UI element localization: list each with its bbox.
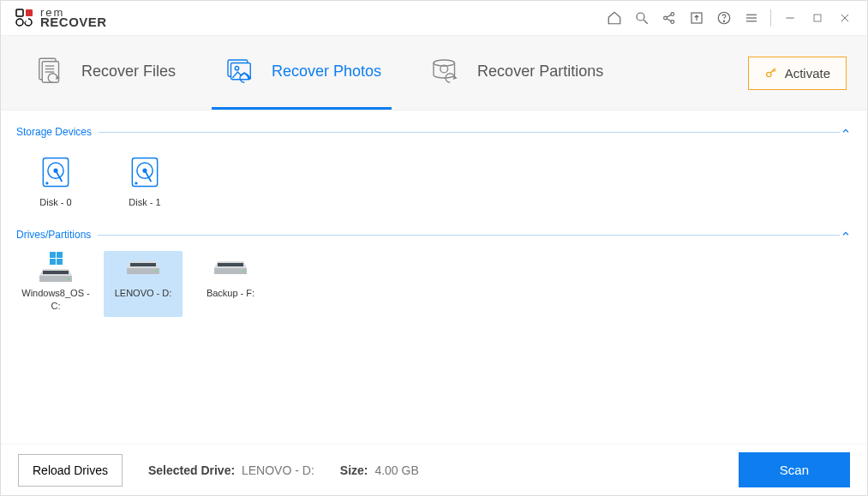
- drive-item-lenovo[interactable]: LENOVO - D:: [104, 251, 183, 317]
- tab-label: Recover Photos: [272, 63, 381, 81]
- section-title: Storage Devices: [16, 126, 92, 138]
- tab-recover-photos[interactable]: Recover Photos: [212, 36, 392, 110]
- section-storage-devices: Storage Devices: [16, 126, 852, 138]
- partitions-icon: [428, 54, 464, 90]
- drive-label: Windows8_OS - C:: [20, 287, 92, 312]
- svg-rect-54: [214, 268, 247, 274]
- tab-recover-files[interactable]: Recover Files: [21, 36, 186, 110]
- selected-info: Selected Drive: LENOVO - D: Size: 4.00 G…: [148, 463, 419, 477]
- storage-devices-list: Disk - 0 Disk - 1: [16, 143, 852, 229]
- footer: Reload Drives Selected Drive: LENOVO - D…: [1, 444, 867, 495]
- svg-rect-43: [50, 259, 56, 265]
- collapse-icon[interactable]: [840, 229, 852, 241]
- help-icon[interactable]: [710, 4, 738, 32]
- content-area: Storage Devices Disk - 0 Disk - 1 Drives…: [1, 111, 867, 444]
- app-logo: rem RECOVER: [15, 8, 107, 28]
- svg-rect-1: [26, 9, 33, 16]
- drive-icon: [118, 256, 168, 282]
- svg-point-52: [155, 271, 157, 272]
- activate-button[interactable]: Activate: [748, 57, 847, 90]
- svg-rect-46: [39, 276, 72, 282]
- tabbar: Recover Files Recover Photos Recover Par…: [1, 35, 867, 111]
- drive-label: Backup - F:: [207, 287, 254, 299]
- share-icon[interactable]: [655, 4, 683, 32]
- section-title: Drives/Partitions: [16, 229, 91, 241]
- drives-list: Windows8_OS - C: LENOVO - D:: [16, 246, 852, 332]
- size-label: Size:: [340, 463, 368, 477]
- size-value: 4.00 GB: [374, 463, 418, 477]
- scan-button[interactable]: Scan: [739, 452, 850, 487]
- photos-icon: [222, 54, 258, 90]
- files-icon: [32, 54, 68, 90]
- svg-rect-42: [57, 252, 63, 258]
- svg-rect-51: [130, 263, 156, 266]
- svg-line-4: [644, 20, 648, 24]
- tab-recover-partitions[interactable]: Recover Partitions: [417, 36, 614, 110]
- menu-icon[interactable]: [738, 4, 765, 32]
- minimize-icon[interactable]: [776, 4, 804, 32]
- tab-label: Recover Partitions: [477, 63, 603, 81]
- svg-point-35: [46, 182, 48, 184]
- disk-icon: [126, 153, 164, 191]
- svg-rect-0: [16, 9, 23, 16]
- close-icon[interactable]: [831, 4, 859, 32]
- svg-line-9: [667, 19, 671, 21]
- svg-point-56: [242, 271, 244, 272]
- reload-drives-button[interactable]: Reload Drives: [18, 454, 123, 487]
- export-icon[interactable]: [683, 4, 710, 32]
- drive-label: LENOVO - D:: [115, 287, 172, 299]
- search-icon[interactable]: [628, 4, 655, 32]
- selected-drive-label: Selected Drive:: [148, 463, 235, 477]
- svg-rect-2: [16, 19, 23, 26]
- drive-windows-icon: [31, 256, 81, 282]
- disk-item[interactable]: Disk - 0: [21, 148, 90, 213]
- svg-rect-55: [218, 263, 243, 266]
- svg-point-12: [723, 21, 724, 21]
- home-icon[interactable]: [601, 4, 628, 32]
- svg-point-30: [766, 72, 770, 76]
- drive-item-windows[interactable]: Windows8_OS - C:: [16, 251, 95, 317]
- svg-point-48: [68, 278, 69, 280]
- disk-label: Disk - 0: [39, 196, 71, 208]
- svg-rect-41: [50, 252, 56, 258]
- titlebar: rem RECOVER: [1, 1, 867, 35]
- svg-line-8: [667, 15, 671, 17]
- selected-drive-value: LENOVO - D:: [242, 463, 314, 477]
- titlebar-icons: [601, 4, 859, 32]
- activate-label: Activate: [785, 66, 830, 81]
- tab-label: Recover Files: [81, 63, 176, 81]
- drive-icon: [206, 256, 255, 282]
- svg-rect-50: [127, 268, 159, 274]
- svg-rect-17: [814, 15, 821, 21]
- svg-rect-47: [43, 271, 69, 274]
- disk-item[interactable]: Disk - 1: [111, 148, 179, 213]
- disk-icon: [37, 153, 75, 191]
- logo-icon: [15, 8, 35, 28]
- disk-label: Disk - 1: [129, 196, 160, 208]
- key-icon: [764, 66, 778, 80]
- svg-point-3: [637, 13, 644, 21]
- logo-text-2: RECOVER: [40, 17, 107, 28]
- collapse-icon[interactable]: [840, 126, 852, 138]
- svg-rect-44: [57, 259, 63, 265]
- maximize-icon[interactable]: [804, 4, 831, 32]
- svg-point-40: [135, 182, 137, 184]
- drive-item-backup[interactable]: Backup - F:: [191, 251, 270, 317]
- section-drives-partitions: Drives/Partitions: [16, 229, 852, 241]
